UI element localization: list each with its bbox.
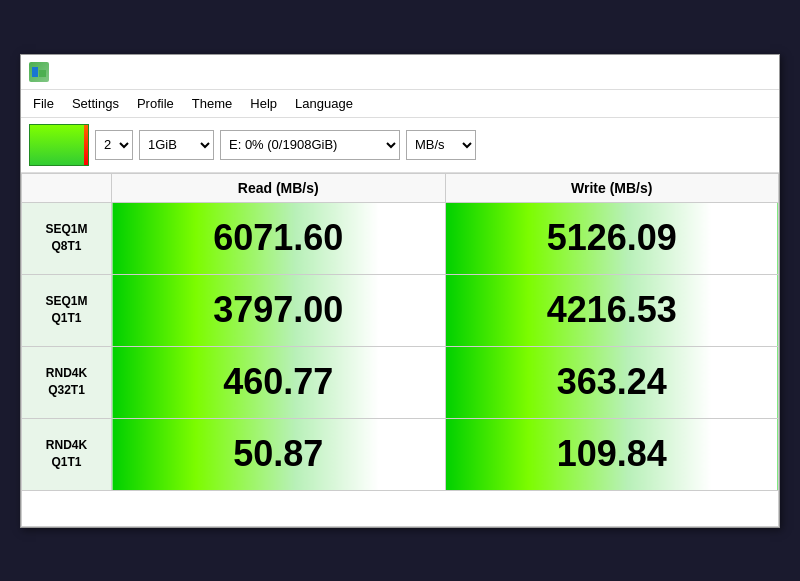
read-seq1m-q8t1: 6071.60 [112,202,446,274]
menu-item-help[interactable]: Help [242,92,285,115]
write-seq1m-q1t1: 4216.53 [445,274,779,346]
results-table: Read (MB/s) Write (MB/s) SEQ1MQ8T1 6071.… [21,173,779,527]
drive-select[interactable]: E: 0% (0/1908GiB) [220,130,400,160]
table-row: SEQ1MQ8T1 6071.60 5126.09 [22,202,779,274]
close-button[interactable] [743,61,771,83]
toolbar: 2 1 3 5 1GiB 512MiB 2GiB 4GiB E: 0% (0/1… [21,118,779,173]
header-read: Read (MB/s) [112,173,446,202]
footer-cell [22,490,779,526]
window-controls [683,61,771,83]
title-bar-left [29,62,57,82]
menu-item-file[interactable]: File [25,92,62,115]
row-label-rnd4k-q1t1: RND4KQ1T1 [22,418,112,490]
row-label-seq1m-q1t1: SEQ1MQ1T1 [22,274,112,346]
write-rnd4k-q1t1: 109.84 [445,418,779,490]
maximize-button[interactable] [713,61,741,83]
menu-item-theme[interactable]: Theme [184,92,240,115]
write-seq1m-q8t1: 5126.09 [445,202,779,274]
title-bar [21,55,779,90]
menu-item-profile[interactable]: Profile [129,92,182,115]
menu-item-language[interactable]: Language [287,92,361,115]
app-window: FileSettingsProfileThemeHelpLanguage 2 1… [20,54,780,528]
write-rnd4k-q32t1: 363.24 [445,346,779,418]
app-icon [29,62,49,82]
menu-item-settings[interactable]: Settings [64,92,127,115]
table-row: RND4KQ1T1 50.87 109.84 [22,418,779,490]
main-content: Read (MB/s) Write (MB/s) SEQ1MQ8T1 6071.… [21,173,779,527]
size-select[interactable]: 1GiB 512MiB 2GiB 4GiB [139,130,214,160]
row-label-seq1m-q8t1: SEQ1MQ8T1 [22,202,112,274]
all-button[interactable] [29,124,89,166]
minimize-button[interactable] [683,61,711,83]
read-rnd4k-q32t1: 460.77 [112,346,446,418]
svg-rect-0 [32,67,38,77]
table-header: Read (MB/s) Write (MB/s) [22,173,779,202]
menu-bar: FileSettingsProfileThemeHelpLanguage [21,90,779,118]
header-write: Write (MB/s) [445,173,779,202]
row-label-rnd4k-q32t1: RND4KQ32T1 [22,346,112,418]
table-row: RND4KQ32T1 460.77 363.24 [22,346,779,418]
unit-select[interactable]: MB/s GB/s IOPS [406,130,476,160]
table-footer [22,490,779,526]
table-row: SEQ1MQ1T1 3797.00 4216.53 [22,274,779,346]
svg-rect-1 [39,70,46,77]
read-seq1m-q1t1: 3797.00 [112,274,446,346]
count-select[interactable]: 2 1 3 5 [95,130,133,160]
read-rnd4k-q1t1: 50.87 [112,418,446,490]
header-label-col [22,173,112,202]
